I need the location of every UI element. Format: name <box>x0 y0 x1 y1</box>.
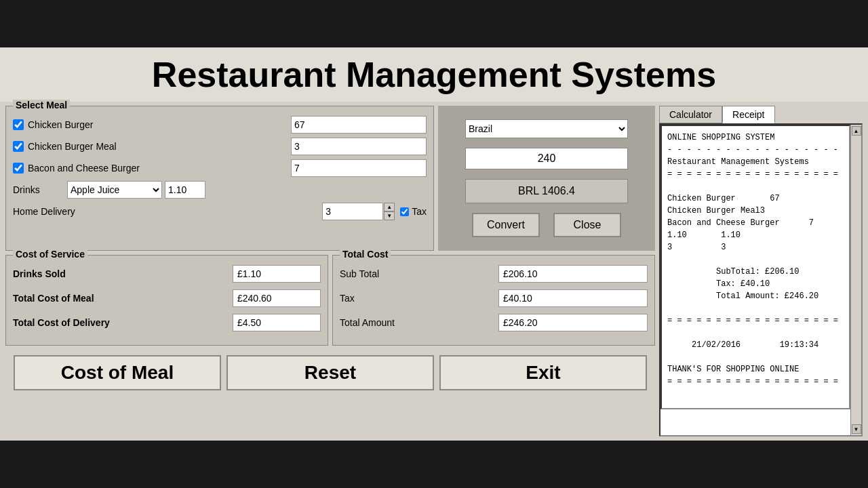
chicken-burger-meal-input[interactable] <box>291 138 427 155</box>
convert-button[interactable]: Convert <box>472 213 540 237</box>
total-cost-meal-row: Total Cost of Meal <box>13 289 321 307</box>
total-amount-value[interactable] <box>498 314 648 331</box>
total-amount-row: Total Amount <box>340 314 648 331</box>
tab-row: Calculator Receipt <box>659 106 863 123</box>
delivery-row: Home Delivery ▲ ▼ Tax <box>13 203 427 220</box>
bacon-cheese-checkbox[interactable] <box>13 163 24 174</box>
total-cost-delivery-value[interactable] <box>233 314 321 331</box>
currency-select[interactable]: Brazil USA France Germany Japan <box>465 119 628 138</box>
chicken-burger-meal-label: Chicken Burger Meal <box>28 141 291 152</box>
tab-receipt[interactable]: Receipt <box>722 106 774 123</box>
chicken-burger-checkbox[interactable] <box>13 119 24 130</box>
currency-converter-panel: Brazil USA France Germany Japan BRL 1406… <box>438 106 655 251</box>
total-cost-delivery-label: Total Cost of Delivery <box>13 317 233 328</box>
total-cost-legend: Total Cost <box>340 249 391 260</box>
drinks-label: Drinks <box>13 184 67 195</box>
tax-value[interactable] <box>498 289 648 307</box>
sub-total-row: Sub Total <box>340 265 648 283</box>
bacon-cheese-label: Bacon and Cheese Burger <box>28 163 291 174</box>
chicken-burger-label: Chicken Burger <box>28 119 291 130</box>
scroll-up-button[interactable]: ▲ <box>852 126 861 136</box>
drinks-sold-value[interactable] <box>233 265 321 283</box>
drinks-sold-label: Drinks Sold <box>13 268 233 279</box>
chicken-burger-input[interactable] <box>291 116 427 134</box>
total-cost-meal-label: Total Cost of Meal <box>13 293 233 304</box>
tax-amount-label: Tax <box>340 293 498 304</box>
chicken-burger-meal-row: Chicken Burger Meal <box>13 138 427 155</box>
drinks-select[interactable]: Apple Juice Orange Juice Water Cola <box>67 181 162 199</box>
sub-total-value[interactable] <box>498 265 648 283</box>
action-buttons-bar: Cost of Meal Reset Exit <box>5 350 655 396</box>
delivery-input[interactable] <box>322 203 383 220</box>
delivery-label: Home Delivery <box>13 206 322 217</box>
total-amount-label: Total Amount <box>340 317 498 328</box>
reset-button[interactable]: Reset <box>226 355 434 390</box>
bacon-cheese-row: Bacon and Cheese Burger <box>13 159 427 177</box>
currency-result: BRL 1406.4 <box>465 179 628 203</box>
scroll-down-button[interactable]: ▼ <box>852 424 861 434</box>
right-panel: Calculator Receipt ONLINE SHOPPING SYSTE… <box>659 106 863 436</box>
cost-of-service-box: Cost of Service Drinks Sold Total Cost o… <box>5 255 328 346</box>
exit-button[interactable]: Exit <box>439 355 647 390</box>
bacon-cheese-input[interactable] <box>291 159 427 177</box>
cost-of-meal-button[interactable]: Cost of Meal <box>14 355 221 390</box>
drinks-row: Drinks Apple Juice Orange Juice Water Co… <box>13 181 427 199</box>
spinner-up[interactable]: ▲ <box>384 203 395 211</box>
page-title: Restaurant Management Systems <box>0 54 868 95</box>
tab-calculator[interactable]: Calculator <box>659 106 722 123</box>
receipt-content: ONLINE SHOPPING SYSTEM - - - - - - - - -… <box>660 125 850 409</box>
spinner-down[interactable]: ▼ <box>384 211 395 220</box>
currency-amount-input[interactable] <box>465 148 628 169</box>
tax-checkbox[interactable] <box>400 207 409 216</box>
cost-of-service-legend: Cost of Service <box>13 249 87 260</box>
drinks-sold-row: Drinks Sold <box>13 265 321 283</box>
close-button[interactable]: Close <box>553 213 621 237</box>
chicken-burger-row: Chicken Burger <box>13 116 427 134</box>
delivery-spinner[interactable]: ▲ ▼ <box>384 203 395 220</box>
total-cost-box: Total Cost Sub Total Tax Total Amount <box>332 255 655 346</box>
drinks-price-input[interactable] <box>165 181 205 199</box>
select-meal-legend: Select Meal <box>13 100 70 110</box>
sub-total-label: Sub Total <box>340 268 498 279</box>
total-cost-delivery-row: Total Cost of Delivery <box>13 314 321 331</box>
tax-row: Tax <box>340 289 648 307</box>
total-cost-meal-value[interactable] <box>233 289 321 307</box>
chicken-burger-meal-checkbox[interactable] <box>13 141 24 152</box>
tax-label: Tax <box>412 206 427 217</box>
